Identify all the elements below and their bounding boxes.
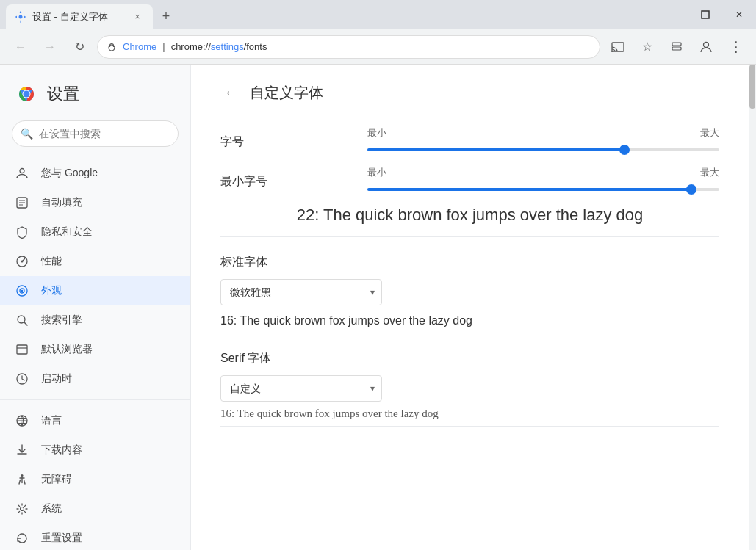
sidebar-item-reset[interactable]: 重置设置 <box>0 524 190 550</box>
back-nav-button[interactable]: ← <box>9 35 32 59</box>
font-size-slider-track[interactable] <box>367 148 719 151</box>
svg-point-4 <box>611 51 613 52</box>
maximize-button[interactable] <box>688 3 722 26</box>
serif-font-label: Serif 字体 <box>220 351 719 366</box>
min-font-size-label: 最小字号 <box>220 174 367 189</box>
sidebar-item-download[interactable]: 下载内容 <box>0 435 190 465</box>
standard-font-select-wrap: 微软雅黑 ▾ <box>220 279 382 305</box>
sidebar-label-privacy: 隐私和安全 <box>41 225 93 239</box>
back-button[interactable]: ← <box>220 82 241 103</box>
minimize-button[interactable]: — <box>655 3 688 26</box>
active-tab[interactable]: 设置 - 自定义字体 × <box>6 4 153 29</box>
default-browser-icon <box>15 342 29 357</box>
sidebar-item-system[interactable]: 系统 <box>0 494 190 524</box>
person-icon <box>15 166 29 181</box>
min-font-size-slider-fill <box>367 188 691 191</box>
system-icon <box>15 502 29 516</box>
lock-icon <box>107 42 117 52</box>
min-font-size-max-label: 最大 <box>700 166 719 179</box>
sidebar-item-language[interactable]: 语言 <box>0 406 190 435</box>
font-size-label: 字号 <box>220 134 367 150</box>
sidebar-divider-1 <box>0 399 190 400</box>
address-separator: | <box>162 41 165 52</box>
address-bar-input[interactable]: Chrome | chrome://settings/fonts <box>97 35 600 59</box>
shield-icon <box>15 225 29 239</box>
chrome-logo-icon <box>15 82 38 106</box>
autofill-icon <box>15 195 29 210</box>
font-size-slider-container: 最小 最大 <box>367 126 719 157</box>
font-size-row: 字号 最小 最大 <box>220 126 719 157</box>
address-full: chrome://settings/fonts <box>171 41 267 52</box>
content-scrollbar[interactable] <box>749 65 756 550</box>
search-bar-icon: 🔍 <box>21 128 33 140</box>
tab-search-button[interactable] <box>665 35 688 59</box>
content-scrollbar-thumb <box>749 65 755 109</box>
sidebar-label-startup: 启动时 <box>41 372 72 386</box>
content-inner: ← 自定义字体 字号 最小 最大 <box>191 65 749 456</box>
performance-icon <box>15 254 29 269</box>
svg-point-22 <box>21 474 24 477</box>
download-icon <box>15 443 29 457</box>
serif-font-select[interactable]: 自定义 <box>220 375 382 402</box>
serif-font-select-wrap: 自定义 ▾ <box>220 375 382 402</box>
sidebar-item-privacy[interactable]: 隐私和安全 <box>0 217 190 247</box>
sidebar-header: 设置 <box>0 70 190 120</box>
sidebar-item-autofill[interactable]: 自动填充 <box>0 188 190 217</box>
address-scheme: Chrome <box>123 41 156 52</box>
main-content: 设置 🔍 您与 Google 自动填充 <box>0 65 756 550</box>
sidebar-label-download: 下载内容 <box>41 444 82 457</box>
sidebar-item-startup[interactable]: 启动时 <box>0 364 190 394</box>
close-button[interactable]: ✕ <box>722 3 756 26</box>
tab-favicon <box>15 11 26 23</box>
svg-rect-19 <box>17 345 27 354</box>
address-bar: ← → ↻ Chrome | chrome://settings/fonts ☆… <box>0 29 756 65</box>
tab-close-btn[interactable]: × <box>131 10 144 23</box>
sidebar-label-appearance: 外观 <box>41 284 62 297</box>
sidebar-label-google: 您与 Google <box>41 167 98 180</box>
sidebar-item-browser[interactable]: 默认浏览器 <box>0 335 190 364</box>
new-tab-button[interactable]: + <box>156 6 176 26</box>
sidebar-label-browser: 默认浏览器 <box>41 343 93 356</box>
sidebar: 设置 🔍 您与 Google 自动填充 <box>0 65 191 550</box>
search-input[interactable] <box>12 120 179 147</box>
font-size-section: 字号 最小 最大 <box>220 126 719 157</box>
sidebar-label-language: 语言 <box>41 414 62 427</box>
svg-point-17 <box>21 290 23 292</box>
min-font-size-min-label: 最小 <box>367 166 386 179</box>
search-bar: 🔍 <box>12 120 179 147</box>
tab-title: 设置 - 自定义字体 <box>32 10 125 23</box>
sidebar-label-accessibility: 无障碍 <box>41 473 72 486</box>
standard-font-section: 标准字体 微软雅黑 ▾ 16: The quick brown fox jump… <box>220 255 719 333</box>
min-font-size-minmax: 最小 最大 <box>367 166 719 179</box>
svg-point-14 <box>21 261 24 263</box>
svg-point-10 <box>24 91 30 98</box>
min-font-size-slider-thumb[interactable] <box>686 184 696 195</box>
sidebar-label-reset: 重置设置 <box>41 532 82 545</box>
sidebar-item-accessibility[interactable]: 无障碍 <box>0 465 190 494</box>
reload-button[interactable]: ↻ <box>68 35 91 59</box>
min-font-size-slider-track[interactable] <box>367 188 719 191</box>
svg-rect-6 <box>672 47 681 50</box>
accessibility-icon <box>15 472 29 487</box>
serif-font-preview: 16: The quick brown fox jumps over the l… <box>220 408 719 427</box>
svg-rect-5 <box>672 43 681 46</box>
standard-font-select[interactable]: 微软雅黑 <box>220 279 382 305</box>
svg-point-7 <box>704 42 709 47</box>
page-header: ← 自定义字体 <box>220 65 719 109</box>
sidebar-item-search[interactable]: 搜索引擎 <box>0 305 190 335</box>
window-controls: — ✕ <box>655 3 756 29</box>
forward-nav-button[interactable]: → <box>38 35 62 59</box>
sidebar-item-performance[interactable]: 性能 <box>0 247 190 276</box>
bookmark-button[interactable]: ☆ <box>636 35 659 59</box>
min-font-size-slider-container: 最小 最大 <box>367 166 719 197</box>
cast-button[interactable] <box>606 35 630 59</box>
sidebar-item-google[interactable]: 您与 Google <box>0 159 190 188</box>
sidebar-item-appearance[interactable]: 外观 <box>0 276 190 305</box>
app-title: 设置 <box>47 83 79 105</box>
browser-frame: 设置 - 自定义字体 × + — ✕ ← → ↻ Chrome | chrome… <box>0 0 756 550</box>
reset-icon <box>15 531 29 546</box>
profile-button[interactable] <box>694 35 718 59</box>
menu-button[interactable]: ⋮ <box>724 35 747 59</box>
font-size-slider-thumb[interactable] <box>619 145 630 155</box>
svg-point-23 <box>21 507 24 511</box>
